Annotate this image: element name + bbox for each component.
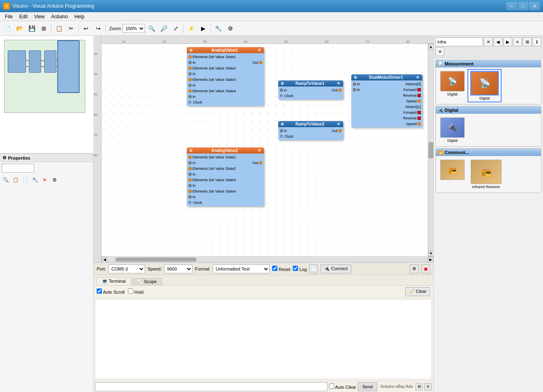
canvas-scrollbar-h[interactable]: ◀ ▶ [102,256,433,262]
motor1-spd0-dot[interactable] [418,100,421,103]
ramp2-close[interactable]: ✕ [336,122,341,126]
hold-checkbox[interactable] [128,288,133,294]
reset-checkbox[interactable] [272,266,277,271]
search-input[interactable]: infra [435,37,483,46]
av2-pin2-dot[interactable] [188,161,192,165]
toggle-grid-button[interactable]: ⊞ [38,23,50,34]
av1-pin2-dot[interactable] [188,61,192,64]
av1-pin5-dot[interactable] [188,78,192,81]
zoom-in-button[interactable]: 🔍 [146,23,157,34]
prop-collapse-btn[interactable]: 📄 [21,175,30,184]
speed-select[interactable]: 9600 115200 57600 [164,264,193,273]
menu-arduino[interactable]: Arduino [48,13,71,20]
search-prev-btn[interactable]: ◀ [493,37,502,46]
av2-pin8-dot[interactable] [188,195,192,199]
ramp2-out-dot[interactable] [338,129,342,132]
av1-pin7-dot[interactable] [188,89,192,93]
block-analogvalue2[interactable]: ⚙ AnalogValue2 ✕ Elements.Set Value Stat… [187,147,264,206]
new-button[interactable]: 📄 [2,23,13,34]
search-list-btn[interactable]: ≡ [513,37,522,46]
serial-output[interactable] [95,299,432,379]
scroll-left-btn[interactable]: ◀ [102,257,107,262]
av2-pin1-dot[interactable] [188,156,192,159]
category-measurement-header[interactable]: 📊 Measurement [436,60,541,67]
format-select[interactable]: Unformatted Text Hex Decimal Binary [213,264,270,273]
log-checkbox[interactable] [293,266,298,271]
zoom-select[interactable]: 100% 50% 75% 125% 150% 200% [123,24,145,33]
autoclear-checkbox[interactable] [329,383,334,389]
av2-out-dot[interactable] [259,161,262,165]
av2-pin4-dot[interactable] [188,173,192,176]
motor1-in2-dot[interactable] [353,88,356,91]
ramp1-out-dot[interactable] [338,89,342,92]
send-button[interactable]: Send [358,382,377,391]
search-clear-btn[interactable]: ✕ [484,37,493,46]
av2-pin5-dot[interactable] [188,178,192,182]
item-digital-digital[interactable]: 🔌 Digital [438,116,467,144]
search-grid-btn[interactable]: ⊞ [523,37,532,46]
menu-help[interactable]: Help [71,13,88,20]
ramp2-in-dot[interactable] [280,129,283,132]
log-file-btn[interactable]: 📄 [309,264,318,273]
av1-pin6-dot[interactable] [188,84,192,87]
search-info-btn[interactable]: ℹ [532,37,541,46]
cut-button[interactable]: ✂ [65,23,77,34]
port-select[interactable]: COM5 (l [108,264,145,273]
analogvalue2-close[interactable]: ✕ [257,148,262,153]
motor1-fwd1-dot[interactable] [418,111,421,114]
ads-settings-btn[interactable]: ⚙ [415,383,423,390]
tab-terminal[interactable]: 💻 Terminal [97,277,131,285]
av2-pin3-dot[interactable] [188,167,192,170]
settings-button[interactable]: ⚙ [225,23,236,34]
ads-close-btn[interactable]: ✕ [424,383,432,390]
scroll-up-btn[interactable]: ▲ [428,44,433,50]
serial-stop-btn[interactable]: ⏹ [421,264,430,273]
av2-pin6-dot[interactable] [188,184,192,187]
minimize-button[interactable]: ─ [506,2,517,10]
ramp1-in-dot[interactable] [280,89,283,92]
item-ir-receiver-small[interactable]: 📻 [438,158,467,190]
search-next-btn[interactable]: ▶ [503,37,512,46]
motor1-rev1-dot[interactable] [418,117,421,120]
item-ir-receiver[interactable]: 📻 Infrared Receiver [468,158,504,190]
motor1-fwd0-dot[interactable] [418,88,421,91]
menu-file[interactable]: File [2,13,16,20]
canvas-area[interactable]: 10 20 30 40 50 60 70 80 30 40 50 60 70 8… [93,36,433,262]
restore-button[interactable]: □ [518,2,528,10]
motor1-spd1-dot[interactable] [418,122,421,126]
ramp1-close[interactable]: ✕ [336,81,341,86]
av1-pin4-dot[interactable] [188,72,192,76]
av1-pin3-dot[interactable] [188,67,192,70]
prop-delete-btn[interactable]: ✕ [40,175,49,184]
canvas-scrollbar-v[interactable]: ▲ ▼ [428,44,433,256]
block-dualmotordriver1[interactable]: ⚙ DualMotorDriver1 ✕ In Motors[0] In For… [351,74,422,128]
av2-pin7-dot[interactable] [188,190,192,193]
av1-pin1-dot[interactable] [188,55,192,58]
prop-expand-btn[interactable]: 📋 [11,175,20,184]
block-analogvalue1[interactable]: ⚙ AnalogValue1 ✕ Elements.Set Value Stat… [187,47,264,106]
analogvalue1-close[interactable]: ✕ [257,48,262,52]
properties-search-input[interactable] [2,164,34,173]
board-button[interactable]: 🔧 [212,23,224,34]
copy-button[interactable]: 📋 [53,23,65,34]
scrollbar-thumb-v[interactable] [428,142,433,158]
prop-search-btn[interactable]: 🔍 [1,175,10,184]
motor1-close[interactable]: ✕ [415,75,420,80]
menu-view[interactable]: View [31,13,48,20]
serial-settings-btn[interactable]: ⚙ [410,264,419,273]
open-button[interactable]: 📂 [14,23,25,34]
upload-button[interactable]: ▶ [197,23,209,34]
menu-edit[interactable]: Edit [16,13,31,20]
close-button[interactable]: ✕ [529,2,540,10]
canvas-preview[interactable] [0,36,93,154]
av1-out-dot[interactable] [259,61,262,64]
category-communications-header[interactable]: 📶 Communi... [436,149,541,156]
av1-pin8-dot[interactable] [188,95,192,98]
prop-filter-btn[interactable]: 🔧 [30,175,39,184]
motor1-rev0-dot[interactable] [418,94,421,97]
scroll-down-btn[interactable]: ▼ [428,251,433,256]
search-close-btn[interactable]: ✕ [435,47,444,56]
connect-button[interactable]: 🔌 Connect [320,264,351,273]
block-ramptovalue2[interactable]: ⚙ RampToValue2 ✕ In Out ⊓ Clock [278,121,343,140]
block-ramptovalue1[interactable]: ⚙ RampToValue1 ✕ In Out ⊓ Clock [278,80,343,100]
